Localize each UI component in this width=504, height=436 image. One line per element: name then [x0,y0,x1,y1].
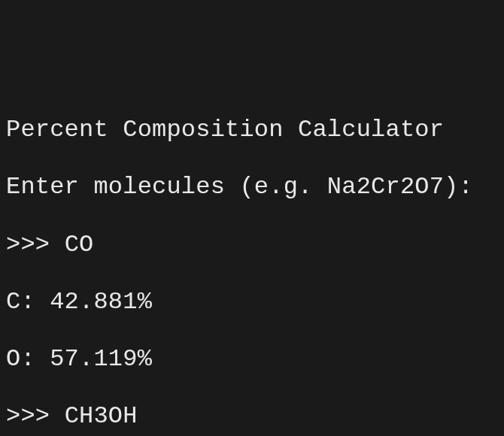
user-input: CH3OH [65,402,138,431]
prompt-symbol: >>> [6,402,65,431]
repl-entry: >>> CO [6,231,498,259]
result-line: O: 57.119% [6,345,498,374]
result-line: C: 42.881% [6,288,498,316]
repl-entry: >>> CH3OH [6,402,498,431]
prompt-symbol: >>> [6,231,65,259]
app-title: Percent Composition Calculator [6,116,498,144]
instruction-text: Enter molecules (e.g. Na2Cr2O7): [6,173,498,201]
user-input: CO [65,231,94,259]
